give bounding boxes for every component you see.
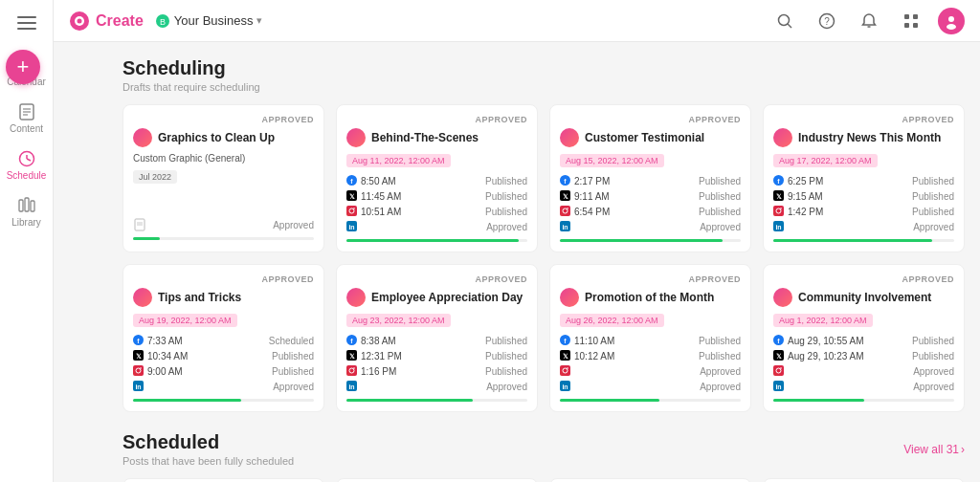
card-platform-row: in Approved bbox=[560, 381, 741, 393]
post-time: 1:16 PM bbox=[361, 366, 396, 377]
date-badge: Aug 17, 2022, 12:00 AM bbox=[773, 154, 878, 167]
card-header: Industry News This Month bbox=[773, 128, 954, 147]
drafts-title: Scheduling bbox=[122, 57, 965, 79]
svg-rect-28 bbox=[913, 14, 918, 19]
progress-bar-container bbox=[346, 239, 527, 242]
fb-platform-icon: f bbox=[560, 175, 570, 187]
sidebar-item-content[interactable]: Content bbox=[0, 93, 54, 140]
svg-rect-59 bbox=[773, 206, 784, 216]
svg-text:in: in bbox=[562, 224, 568, 230]
card-title: Tips and Tricks bbox=[158, 291, 241, 304]
notifications-button[interactable] bbox=[854, 6, 884, 36]
card-platform-row: in Approved bbox=[346, 221, 527, 233]
card-platform-row: f 6:25 PM Published bbox=[773, 175, 954, 187]
x-platform-icon: 𝕏 bbox=[560, 350, 570, 362]
card-row-info: 6:54 PM bbox=[560, 206, 610, 218]
card-platform-row: in Approved bbox=[773, 221, 954, 233]
draft-card[interactable]: APPROVED Behind-The-Scenes Aug 11, 2022,… bbox=[336, 104, 538, 252]
card-footer-left bbox=[133, 218, 146, 231]
fb-platform-icon: f bbox=[346, 335, 357, 347]
sidebar-item-library[interactable]: Library bbox=[0, 186, 54, 233]
draft-card[interactable]: APPROVED Customer Testimonial Aug 15, 20… bbox=[549, 104, 751, 252]
post-time: 10:34 AM bbox=[147, 351, 188, 362]
post-time: 12:31 PM bbox=[361, 351, 402, 362]
card-platform-row: 𝕏 Aug 29, 10:23 AM Published bbox=[773, 350, 954, 362]
create-fab-button[interactable]: + bbox=[6, 50, 40, 84]
card-header: Tips and Tricks bbox=[133, 288, 314, 307]
progress-bar bbox=[346, 399, 473, 402]
card-row-info: in bbox=[773, 381, 788, 393]
scheduled-card[interactable]: SCHEDULED bbox=[549, 478, 751, 482]
svg-rect-50 bbox=[560, 206, 570, 216]
progress-bar-container bbox=[560, 399, 741, 402]
svg-text:𝕏: 𝕏 bbox=[776, 193, 782, 200]
card-platform-row: f 8:38 AM Published bbox=[346, 335, 527, 347]
drafts-subtitle: Drafts that require scheduling bbox=[122, 81, 965, 93]
post-status: Approved bbox=[700, 382, 741, 392]
draft-card[interactable]: APPROVED Graphics to Clean Up Custom Gra… bbox=[122, 104, 324, 252]
post-time: 7:33 AM bbox=[147, 336, 183, 346]
card-header: Behind-The-Scenes bbox=[346, 128, 527, 147]
post-status: Published bbox=[699, 176, 741, 186]
drafts-section-header: Scheduling Drafts that require schedulin… bbox=[122, 57, 965, 93]
search-button[interactable] bbox=[769, 6, 800, 36]
svg-point-33 bbox=[947, 24, 956, 30]
scheduled-title: Scheduled bbox=[122, 431, 294, 453]
draft-card[interactable]: APPROVED Promotion of the Month Aug 26, … bbox=[549, 264, 751, 412]
sidebar-label-schedule: Schedule bbox=[7, 170, 47, 181]
card-platform-row: 10:51 AM Published bbox=[346, 206, 527, 218]
draft-card[interactable]: APPROVED Community Involvement Aug 1, 20… bbox=[763, 264, 965, 412]
apps-button[interactable] bbox=[896, 6, 926, 36]
scheduled-card[interactable]: SCHEDULED bbox=[763, 478, 965, 482]
post-time: 11:45 AM bbox=[361, 191, 401, 202]
progress-bar-container bbox=[773, 399, 954, 402]
fb-platform-icon: f bbox=[133, 335, 144, 347]
post-status: Approved bbox=[486, 222, 527, 232]
draft-card[interactable]: APPROVED Industry News This Month Aug 17… bbox=[763, 104, 965, 252]
post-status: Published bbox=[485, 191, 527, 202]
li-platform-icon: in bbox=[773, 381, 784, 393]
fb-platform-icon: f bbox=[346, 175, 357, 187]
svg-rect-30 bbox=[913, 23, 918, 28]
svg-rect-16 bbox=[31, 201, 34, 211]
card-platform-row: f Aug 29, 10:55 AM Published bbox=[773, 335, 954, 347]
card-header: Graphics to Clean Up bbox=[133, 128, 314, 147]
post-status: Published bbox=[912, 191, 954, 202]
business-icon: B bbox=[155, 13, 170, 29]
draft-card[interactable]: APPROVED Tips and Tricks Aug 19, 2022, 1… bbox=[122, 264, 324, 412]
card-platform-row: 9:00 AM Published bbox=[133, 365, 314, 378]
li-platform-icon: in bbox=[560, 381, 570, 393]
card-row-info: in bbox=[133, 381, 147, 393]
menu-button[interactable] bbox=[0, 0, 54, 46]
post-time: 8:38 AM bbox=[361, 336, 396, 346]
view-all-button[interactable]: View all 31 › bbox=[903, 443, 965, 456]
post-time: Aug 29, 10:55 AM bbox=[788, 336, 864, 346]
progress-bar-container bbox=[560, 239, 741, 242]
progress-bar-container bbox=[133, 399, 314, 402]
card-status-label: APPROVED bbox=[773, 115, 954, 124]
card-row-info: 1:42 PM bbox=[773, 206, 823, 218]
post-time: 9:15 AM bbox=[788, 191, 823, 202]
progress-bar bbox=[560, 239, 723, 242]
svg-rect-41 bbox=[346, 206, 357, 216]
svg-text:B: B bbox=[160, 17, 166, 27]
card-header: Employee Appreciation Day bbox=[346, 288, 527, 307]
draft-card[interactable]: APPROVED Employee Appreciation Day Aug 2… bbox=[336, 264, 538, 412]
sidebar-item-schedule[interactable]: Schedule bbox=[0, 140, 54, 186]
user-avatar[interactable] bbox=[938, 8, 965, 34]
li-platform-icon: in bbox=[133, 381, 144, 393]
scheduled-card[interactable]: SCHEDULED bbox=[336, 478, 538, 482]
help-button[interactable]: ? bbox=[812, 6, 842, 36]
topbar: Create B Your Business ▾ ? bbox=[54, 0, 980, 42]
progress-bar-container bbox=[773, 239, 954, 242]
scheduled-card[interactable]: SCHEDULED bbox=[122, 478, 324, 482]
post-status: Published bbox=[272, 366, 314, 377]
business-selector[interactable]: B Your Business ▾ bbox=[155, 13, 263, 29]
post-status: Scheduled bbox=[269, 336, 314, 346]
post-time: 10:12 AM bbox=[574, 351, 614, 362]
card-header: Community Involvement bbox=[773, 288, 954, 307]
svg-point-19 bbox=[78, 18, 82, 23]
post-status: Published bbox=[912, 351, 954, 362]
card-title: Graphics to Clean Up bbox=[158, 131, 275, 144]
svg-text:in: in bbox=[348, 383, 354, 390]
